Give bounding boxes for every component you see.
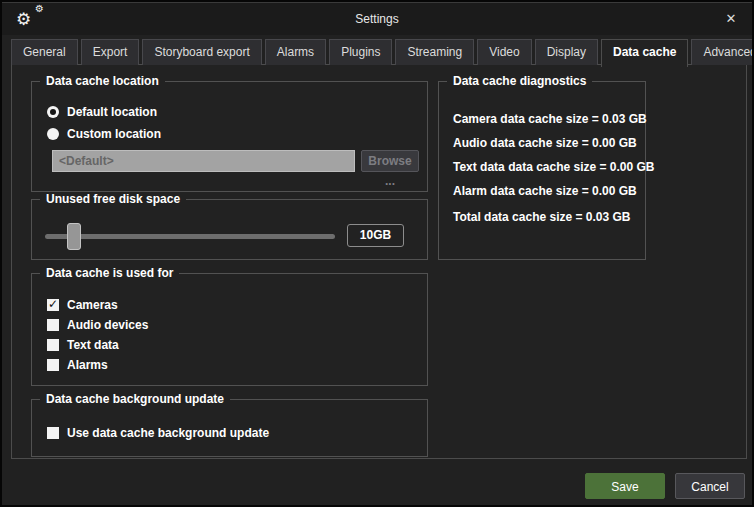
- data-cache-tab-page: Data cache location Default location Cus…: [11, 64, 747, 459]
- settings-tabstrip: General Export Storyboard export Alarms …: [11, 39, 743, 65]
- close-icon[interactable]: ✕: [722, 10, 740, 28]
- group-unused-free-disk-space: Unused free disk space 10GB: [31, 199, 428, 260]
- save-button[interactable]: Save: [585, 473, 665, 499]
- checkbox-icon[interactable]: [47, 359, 59, 371]
- group-title: Unused free disk space: [40, 192, 186, 206]
- tab-storyboard-export[interactable]: Storyboard export: [142, 39, 261, 65]
- disk-space-slider-thumb[interactable]: [67, 223, 81, 250]
- custom-location-path-field[interactable]: <Default>: [52, 150, 355, 172]
- tab-plugins[interactable]: Plugins: [329, 39, 392, 65]
- checkbox-alarms[interactable]: Alarms: [47, 358, 108, 372]
- tab-export[interactable]: Export: [81, 39, 140, 65]
- radio-default-location[interactable]: Default location: [47, 105, 157, 119]
- window-title: Settings: [2, 3, 752, 36]
- group-data-cache-used-for: Data cache is used for Cameras Audio dev…: [31, 273, 428, 386]
- radio-icon[interactable]: [47, 128, 59, 140]
- disk-space-value: 10GB: [347, 224, 404, 247]
- tab-advanced[interactable]: Advanced: [691, 39, 754, 65]
- browse-button[interactable]: Browse ...: [361, 150, 419, 172]
- diagnostic-total-cache-size: Total data cache size = 0.03 GB: [453, 210, 631, 224]
- disk-space-slider-track[interactable]: [45, 234, 335, 239]
- diagnostic-camera-cache-size: Camera data cache size = 0.03 GB: [453, 112, 647, 126]
- group-data-cache-diagnostics: Data cache diagnostics Camera data cache…: [438, 81, 646, 260]
- tab-alarms[interactable]: Alarms: [265, 39, 326, 65]
- group-title: Data cache diagnostics: [447, 74, 592, 88]
- checkbox-icon[interactable]: [47, 299, 59, 311]
- tab-streaming[interactable]: Streaming: [395, 39, 474, 65]
- checkbox-audio-devices[interactable]: Audio devices: [47, 318, 148, 332]
- tab-general[interactable]: General: [11, 39, 78, 65]
- radio-custom-location[interactable]: Custom location: [47, 127, 161, 141]
- checkbox-icon[interactable]: [47, 427, 59, 439]
- diagnostic-audio-cache-size: Audio data cache size = 0.00 GB: [453, 136, 637, 150]
- group-title: Data cache background update: [40, 392, 230, 406]
- group-title: Data cache location: [40, 74, 165, 88]
- checkbox-use-background-update[interactable]: Use data cache background update: [47, 426, 269, 440]
- titlebar: ⚙⚙ Settings ✕: [2, 2, 752, 35]
- radio-icon[interactable]: [47, 106, 59, 118]
- group-data-cache-background-update: Data cache background update Use data ca…: [31, 399, 428, 457]
- tab-data-cache[interactable]: Data cache: [601, 39, 688, 67]
- cancel-button[interactable]: Cancel: [675, 473, 745, 499]
- tab-video[interactable]: Video: [477, 39, 531, 65]
- group-title: Data cache is used for: [40, 266, 179, 280]
- group-data-cache-location: Data cache location Default location Cus…: [31, 81, 428, 192]
- diagnostic-alarm-cache-size: Alarm data cache size = 0.00 GB: [453, 184, 637, 198]
- checkbox-icon[interactable]: [47, 319, 59, 331]
- settings-dialog: ⚙⚙ Settings ✕ General Export Storyboard …: [0, 0, 754, 507]
- checkbox-text-data[interactable]: Text data: [47, 338, 119, 352]
- diagnostic-text-cache-size: Text data data cache size = 0.00 GB: [453, 160, 655, 174]
- checkbox-cameras[interactable]: Cameras: [47, 298, 118, 312]
- tab-display[interactable]: Display: [535, 39, 598, 65]
- checkbox-icon[interactable]: [47, 339, 59, 351]
